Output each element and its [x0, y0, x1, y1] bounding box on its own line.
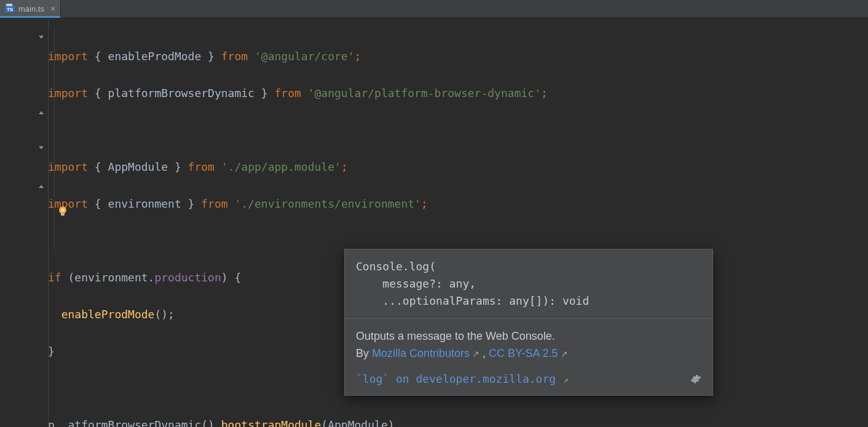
external-link-icon: ↗ [561, 349, 568, 359]
doc-link-mdn[interactable]: `log` on developer.mozilla.org ↗ [356, 372, 569, 385]
svg-rect-4 [61, 213, 65, 216]
doc-description: Outputs a message to the Web Console. By… [345, 319, 712, 367]
intention-bulb-icon[interactable] [57, 205, 69, 217]
external-link-icon: ↗ [558, 375, 569, 385]
external-link-icon: ↗ [472, 349, 479, 359]
doc-signature: Console.log( message?: any, ...optionalP… [345, 249, 712, 319]
tab-filename: main.ts [18, 4, 44, 14]
code-line[interactable]: import { enableProdMode } from '@angular… [48, 47, 866, 66]
fold-marker[interactable] [0, 139, 48, 158]
doc-link-license[interactable]: CC BY-SA 2.5 [489, 347, 558, 359]
quick-doc-popup: Console.log( message?: any, ...optionalP… [344, 249, 713, 396]
code-line[interactable]: import { AppModule } from './app/app.mod… [48, 158, 866, 176]
svg-rect-2 [6, 4, 12, 6]
code-line[interactable] [48, 121, 866, 139]
code-line[interactable]: p atformBrowserDynamic().bootstrapModule… [48, 416, 866, 427]
tab-main-ts[interactable]: TS main.ts × [0, 0, 61, 17]
gear-icon[interactable] [690, 374, 701, 385]
gutter [0, 18, 48, 427]
close-icon[interactable]: × [50, 4, 55, 14]
editor-window: TS main.ts × import { enableProdMode } f… [0, 0, 868, 427]
ts-file-icon: TS [5, 4, 15, 14]
code-line[interactable]: import { environment } from './environme… [48, 195, 866, 213]
fold-marker[interactable] [0, 176, 48, 195]
tab-bar: TS main.ts × [0, 0, 868, 18]
code-line[interactable]: import { platformBrowserDynamic } from '… [48, 84, 866, 103]
fold-marker[interactable] [0, 29, 48, 47]
svg-point-5 [61, 208, 65, 212]
svg-text:TS: TS [7, 7, 14, 12]
fold-marker[interactable] [0, 103, 48, 121]
doc-link-contributors[interactable]: Mozilla Contributors [372, 347, 470, 359]
code-line[interactable] [48, 232, 866, 250]
